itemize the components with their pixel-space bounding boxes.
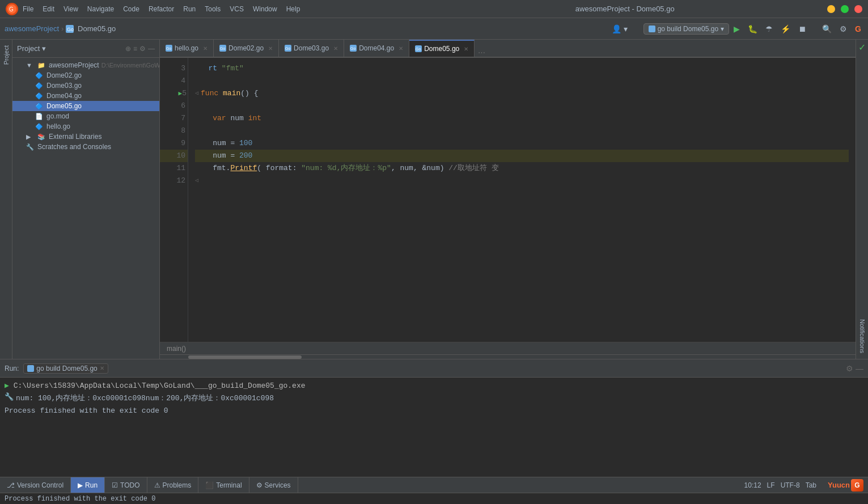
- tree-item-dome05[interactable]: 🔷 Dome05.go: [12, 101, 159, 111]
- left-side-panel: Project: [0, 40, 12, 359]
- window-title: awesomeProject - Dome05.go: [423, 5, 828, 13]
- project-panel: Project ▾ ⊕ ≡ ⚙ — ▼ 📁 awesomeProject D:\…: [12, 40, 160, 359]
- panel-settings-icon[interactable]: —: [148, 45, 155, 53]
- scratches-icon: 🔧: [26, 143, 35, 151]
- tab-hello[interactable]: Go hello.go ✕: [160, 40, 214, 57]
- editor-footer: main(): [160, 342, 856, 354]
- status-right: 10:12 LF UTF-8 Tab: [738, 481, 823, 489]
- menu-file[interactable]: File: [18, 3, 38, 15]
- bottom-run-status: Process finished with the exit code 0: [0, 493, 868, 504]
- tree-item-gomod[interactable]: 📄 go.mod: [12, 111, 159, 121]
- menu-window[interactable]: Window: [248, 3, 282, 15]
- svg-text:Go: Go: [67, 27, 74, 32]
- settings-button[interactable]: ⚙: [837, 23, 849, 35]
- breadcrumb-project[interactable]: awesomeProject: [5, 24, 59, 33]
- status-tab-terminal[interactable]: ⬛ Terminal: [198, 477, 249, 493]
- tree-item-scratches[interactable]: 🔧 Scratches and Consoles: [12, 142, 159, 152]
- status-tab-todo[interactable]: ☑ TODO: [105, 477, 147, 493]
- tree-item-dome04[interactable]: 🔷 Dome04.go: [12, 91, 159, 101]
- h-scrollbar[interactable]: [160, 354, 856, 359]
- code-content[interactable]: rt "fmt" ◁ func main () {: [188, 58, 856, 342]
- tree-item-ext-libs[interactable]: ▶ 📚 External Libraries: [12, 132, 159, 142]
- search-button[interactable]: 🔍: [820, 23, 834, 35]
- status-lf: LF: [767, 481, 775, 489]
- watermark: Yuucn G: [823, 479, 868, 492]
- line-gutter: 3 4 ▶ 5 6 7 8 9 10 11 12: [160, 58, 188, 342]
- menu-navigate[interactable]: Navigate: [83, 3, 118, 15]
- code-line-3: rt "fmt": [195, 62, 849, 75]
- ext-libs-arrow-icon: ▶: [26, 133, 35, 141]
- minimize-button[interactable]: [827, 5, 835, 13]
- tab-dome02[interactable]: Go Dome02.go ✕: [214, 40, 279, 57]
- menu-vcs[interactable]: VCS: [225, 3, 248, 15]
- check-icon: ✓: [858, 42, 866, 53]
- run-config-selector[interactable]: go build Dome05.go ▾: [643, 23, 729, 35]
- status-tab-services[interactable]: ⚙ Services: [249, 477, 298, 493]
- terminal-icon: ⬛: [205, 481, 214, 489]
- menu-tools[interactable]: Tools: [200, 3, 225, 15]
- menu-bar: File Edit View Navigate Code Refactor Ru…: [18, 1, 423, 17]
- tree-item-dome02[interactable]: 🔷 Dome02.go: [12, 70, 159, 81]
- status-tab-run[interactable]: ▶ Run: [71, 477, 105, 493]
- maximize-button[interactable]: [841, 5, 849, 13]
- menu-run[interactable]: Run: [179, 3, 200, 15]
- tab-close-hello[interactable]: ✕: [203, 45, 208, 52]
- profile-button[interactable]: ⚡: [778, 23, 793, 35]
- run-config-tab[interactable]: go build Dome05.go ✕: [23, 363, 108, 374]
- settings-panel-icon[interactable]: ⚙: [846, 364, 853, 373]
- code-line-11: fmt. Printf ( format: "num: %d,内存地址：%p" …: [195, 162, 849, 175]
- menu-code[interactable]: Code: [118, 3, 144, 15]
- debug-button[interactable]: 🐛: [746, 23, 760, 35]
- run-status-text: Process finished with the exit code 0: [5, 495, 155, 503]
- tab-close-dome03[interactable]: ✕: [333, 45, 338, 52]
- menu-refactor[interactable]: Refactor: [144, 3, 179, 15]
- tree-item-dome03[interactable]: 🔷 Dome03.go: [12, 81, 159, 91]
- file-icon-gomod: 📄: [35, 113, 44, 120]
- tab-dome05[interactable]: Go Dome05.go ✕: [409, 40, 475, 57]
- panel-collapse-icon[interactable]: ⊕: [125, 45, 131, 53]
- problems-icon: ⚠: [154, 481, 160, 489]
- fold-icon-12[interactable]: ◁: [195, 175, 198, 187]
- tab-dome04[interactable]: Go Dome04.go ✕: [344, 40, 409, 57]
- line-num-4: 4: [160, 75, 188, 87]
- tab-overflow-icon[interactable]: ⋯: [475, 48, 489, 57]
- code-line-12: ◁: [195, 175, 849, 187]
- code-line-7: var num int: [195, 112, 849, 125]
- run-gutter-icon[interactable]: ▶: [179, 87, 183, 100]
- code-line-5: ◁ func main () {: [195, 87, 849, 100]
- output-line-2: 🔧 num: 100,内存地址：0xc00001c098num：200,内存地址…: [5, 392, 863, 405]
- tree-root[interactable]: ▼ 📁 awesomeProject D:\Environment\GoWork…: [12, 60, 159, 70]
- panel-list-icon[interactable]: ≡: [133, 45, 137, 53]
- h-scrollbar-thumb[interactable]: [188, 355, 302, 359]
- menu-view[interactable]: View: [59, 3, 83, 15]
- run-button[interactable]: ▶: [731, 23, 742, 35]
- panel-filter-icon[interactable]: ⚙: [139, 45, 146, 53]
- menu-edit[interactable]: Edit: [38, 3, 59, 15]
- root-folder-name: awesomeProject: [49, 61, 99, 69]
- status-tab-vcs[interactable]: ⎇ Version Control: [0, 477, 71, 493]
- menu-help[interactable]: Help: [282, 3, 305, 15]
- account-icon[interactable]: 👤 ▾: [609, 23, 630, 35]
- tab-close-dome05[interactable]: ✕: [464, 46, 468, 52]
- filename-gomod: go.mod: [46, 112, 69, 120]
- tree-item-hello[interactable]: 🔷 hello.go: [12, 121, 159, 132]
- goland-icon: G: [853, 23, 863, 35]
- tab-close-dome04[interactable]: ✕: [399, 45, 403, 52]
- project-tab[interactable]: Project: [2, 42, 11, 68]
- code-line-10: num = 200: [195, 150, 849, 162]
- stop-button[interactable]: ⏹: [796, 23, 808, 35]
- run-tab-close[interactable]: ✕: [100, 365, 104, 371]
- tab-dome03[interactable]: Go Dome03.go ✕: [279, 40, 344, 57]
- breadcrumb-file: Go Dome05.go: [66, 24, 116, 33]
- status-tab-problems[interactable]: ⚠ Problems: [147, 477, 199, 493]
- coverage-button[interactable]: ☂: [763, 23, 775, 35]
- fold-icon-5[interactable]: ◁: [195, 87, 198, 100]
- close-button[interactable]: [854, 5, 862, 13]
- close-panel-icon[interactable]: —: [856, 364, 863, 373]
- folder-arrow-icon: ▼: [26, 62, 35, 69]
- tab-close-dome02[interactable]: ✕: [268, 45, 273, 52]
- ext-libs-label: External Libraries: [49, 133, 101, 141]
- notifications-tab[interactable]: Notifications: [858, 316, 867, 357]
- status-encoding: UTF-8: [781, 481, 800, 489]
- code-line-8: [195, 125, 849, 137]
